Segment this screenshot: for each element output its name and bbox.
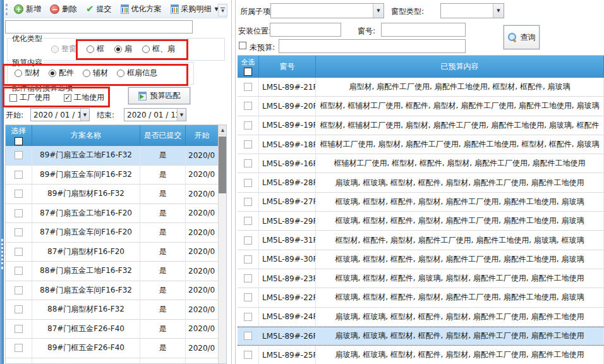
row-checkbox[interactable] — [15, 171, 23, 179]
row-checkbox[interactable] — [244, 236, 252, 245]
sub-item-dropdown-icon[interactable]: ▼ — [373, 4, 384, 18]
plan-table-row[interactable]: 87#门扇型材F16-F20是2020/0 — [6, 243, 219, 262]
no-budget-input[interactable] — [279, 39, 466, 53]
usage-checkbox-option[interactable]: 工地使用 — [64, 92, 104, 103]
toolbar-button-1[interactable]: +新增 — [11, 3, 44, 16]
no-budget-checkbox[interactable] — [239, 42, 246, 49]
plan-table-row[interactable]: 88#门扇五金工地F16-F32是2020/0 — [6, 262, 219, 281]
toolbar-button-2[interactable]: −删除 — [47, 3, 80, 16]
window-table-row[interactable]: LM5L-89#-20F18框型材, 框辅材工厂使用, 框配件, 扇型材, 扇配… — [238, 97, 604, 116]
plan-table-row[interactable]: 89#门扇五金车间F16-F32是2020/0 — [6, 166, 219, 185]
collapsed-splitter-bar[interactable] — [0, 0, 4, 364]
budget-option[interactable]: 框扇信息 — [117, 68, 157, 78]
query-button[interactable]: 查询 — [504, 25, 540, 49]
toolbar-button-4[interactable]: 优化方案 — [118, 3, 165, 16]
sub-item-combobox[interactable]: ▼ — [270, 3, 384, 18]
row-checkbox[interactable] — [244, 332, 252, 340]
opt-type-option[interactable]: 扇 — [114, 44, 132, 54]
window-table-row[interactable]: LM5L-89#-21F19扇型材, 扇配件工厂使用, 扇配件工地使用, 框型材… — [238, 78, 604, 97]
plan-header-name[interactable]: 方案名称 — [32, 125, 140, 146]
plan-table-row[interactable]: 88#门框五金F21-F40是2020/0 — [6, 358, 219, 364]
window-table-row[interactable]: LM5L-89#-26F24扇玻璃, 框玻璃, 框型材, 框配件, 扇型材, 扇… — [238, 327, 604, 346]
row-checkbox[interactable] — [244, 121, 252, 130]
toolbar-button-5[interactable]: 采购明细▼ — [167, 3, 222, 16]
budget-option[interactable]: 辅材 — [83, 68, 108, 78]
window-table-row[interactable]: LM5L-89#-24F22扇玻璃, 框玻璃, 框型材, 框配件, 扇型材, 扇… — [238, 308, 604, 327]
plan-table-row[interactable]: 88#门扇型材F16-F32是2020/0 — [6, 300, 219, 320]
budget-match-button[interactable]: 预算匹配 — [128, 87, 190, 104]
usage-checkbox-option[interactable]: 工厂使用 — [9, 92, 50, 103]
end-date-picker[interactable]: 2020 / 01 / 13 ▼ — [124, 108, 186, 121]
row-checkbox[interactable] — [244, 83, 252, 91]
budget-option[interactable]: 配件 — [49, 68, 74, 78]
window-table-row[interactable]: LM5L-89#-19F17框型材, 框辅材工厂使用, 扇型材, 扇配件工厂使用… — [238, 116, 604, 135]
row-checkbox[interactable] — [244, 313, 252, 321]
start-date-picker[interactable]: 2020 / 01 / 1 ▼ — [30, 108, 90, 121]
row-checkbox[interactable] — [244, 274, 252, 282]
row-checkbox[interactable] — [15, 248, 23, 256]
window-table-row[interactable]: LM5L-89#-29F27框玻璃, 框型材, 框配件, 扇型材, 扇配件工厂使… — [238, 212, 604, 231]
row-checkbox[interactable] — [15, 325, 23, 333]
plan-table-row[interactable]: 89#门扇型材F16-F32是2020/0 — [6, 185, 219, 204]
row-checkbox[interactable] — [244, 255, 252, 264]
row-checkbox[interactable] — [244, 159, 252, 167]
budgeted-content-cell: 框型材, 框辅材工厂使用, 框配件, 扇型材, 扇配件工厂使用, 扇配件工地使用… — [316, 97, 604, 116]
opt-type-option[interactable]: 框、扇 — [142, 44, 175, 54]
plan-filter-input[interactable] — [5, 20, 193, 33]
plan-table-scrollbar[interactable]: ▲ — [218, 125, 226, 363]
end-date-dropdown-icon[interactable]: ▼ — [177, 109, 186, 121]
plan-table-row[interactable]: 87#门扇五金车间F16-F20是2020/0 — [6, 223, 219, 243]
row-checkbox[interactable] — [15, 190, 23, 198]
window-no-cell: LM5L-89#-19F17 — [259, 116, 316, 135]
plan-start-cell: 2020/0 — [186, 320, 219, 339]
opt-type-option[interactable]: 框 — [87, 44, 104, 54]
window-table-row[interactable]: LM5L-89#-30F28框玻璃, 框型材, 框配件, 扇型材, 扇配件工厂使… — [238, 250, 604, 269]
plan-table-row[interactable]: 89#门扇五金工地F16-F32是2020/0 — [6, 146, 219, 166]
window-header-winno[interactable]: 窗号 — [259, 56, 316, 78]
row-checkbox[interactable] — [244, 198, 252, 206]
row-checkbox[interactable] — [15, 209, 23, 217]
radio-icon — [87, 46, 94, 53]
select-all-windows-checkbox[interactable] — [244, 68, 252, 76]
row-checkbox[interactable] — [15, 267, 23, 275]
row-checkbox[interactable] — [244, 351, 252, 359]
win-no-input[interactable] — [381, 23, 466, 37]
scroll-up-icon[interactable]: ▲ — [219, 125, 227, 135]
row-checkbox[interactable] — [244, 102, 252, 110]
row-checkbox[interactable] — [15, 344, 23, 352]
window-table-row[interactable]: LM5L-89#-23F21框玻璃, 框型材, 框配件, 扇玻璃, 扇型材, 扇… — [238, 269, 604, 288]
row-checkbox[interactable] — [15, 228, 23, 236]
window-header-content[interactable]: 已预算内容 — [316, 56, 604, 78]
plan-table-row[interactable]: 88#门扇五金车间F16-F32是2020/0 — [6, 281, 219, 301]
win-type-combobox[interactable]: ▼ — [440, 3, 504, 18]
plan-table-row[interactable]: 87#门扇五金工地F16-F20是2020/0 — [6, 204, 219, 224]
row-checkbox[interactable] — [244, 293, 252, 301]
window-table-row[interactable]: LM5L-89#-25F23扇玻璃, 框玻璃, 框型材, 框配件, 扇型材, 扇… — [238, 346, 604, 364]
opt-type-option[interactable]: 整窗 — [51, 44, 76, 54]
plan-table-row[interactable]: 89#门框五金F26-F40是2020/0 — [6, 339, 219, 358]
row-checkbox[interactable] — [15, 286, 23, 294]
plan-header-start[interactable]: 开始 — [186, 125, 219, 146]
row-checkbox[interactable] — [15, 305, 23, 313]
row-checkbox[interactable] — [15, 151, 23, 159]
win-type-dropdown-icon[interactable]: ▼ — [493, 4, 504, 18]
scrollbar-thumb[interactable] — [219, 136, 226, 193]
plan-table-row[interactable]: 87#门框五金F26-F40是2020/0 — [6, 320, 219, 339]
toolbar-button-3[interactable]: ✔提交 — [83, 3, 115, 16]
window-table-row[interactable]: LM5L-89#-22F20框玻璃, 框型材, 框配件, 扇型材, 扇配件工厂使… — [238, 288, 604, 307]
row-checkbox[interactable] — [244, 179, 252, 187]
budget-option[interactable]: 型材 — [15, 68, 40, 78]
window-table-row[interactable]: LM5L-89#-16F15框辅材工厂使用, 框型材, 框配件, 扇型材, 扇配… — [238, 154, 604, 173]
row-checkbox[interactable] — [244, 140, 252, 149]
window-table-row[interactable]: LM5L-89#-27F25框玻璃, 框型材, 框配件, 扇型材, 扇配件工厂使… — [238, 193, 604, 212]
select-all-plans-checkbox[interactable] — [15, 137, 23, 145]
window-table-row[interactable]: LM5L-89#-18F16框辅材工厂使用, 扇型材, 扇配件工厂使用, 扇配件… — [238, 135, 604, 154]
window-table-row[interactable]: LM5L-89#-31F29框型材, 框配件, 扇型材, 扇配件工厂使用, 扇配… — [238, 231, 604, 250]
plan-header-submitted[interactable]: 是否已提交 — [140, 125, 186, 146]
row-checkbox[interactable] — [244, 217, 252, 225]
window-no-cell: LM5L-89#-22F20 — [259, 288, 316, 307]
install-pos-input[interactable] — [270, 23, 341, 37]
window-table-row[interactable]: LM5L-89#-28F26扇玻璃, 框玻璃, 框型材, 框配件, 扇型材, 扇… — [238, 173, 604, 192]
toolbar-overflow-button[interactable]: ▼ — [218, 4, 227, 16]
start-date-dropdown-icon[interactable]: ▼ — [80, 109, 89, 121]
